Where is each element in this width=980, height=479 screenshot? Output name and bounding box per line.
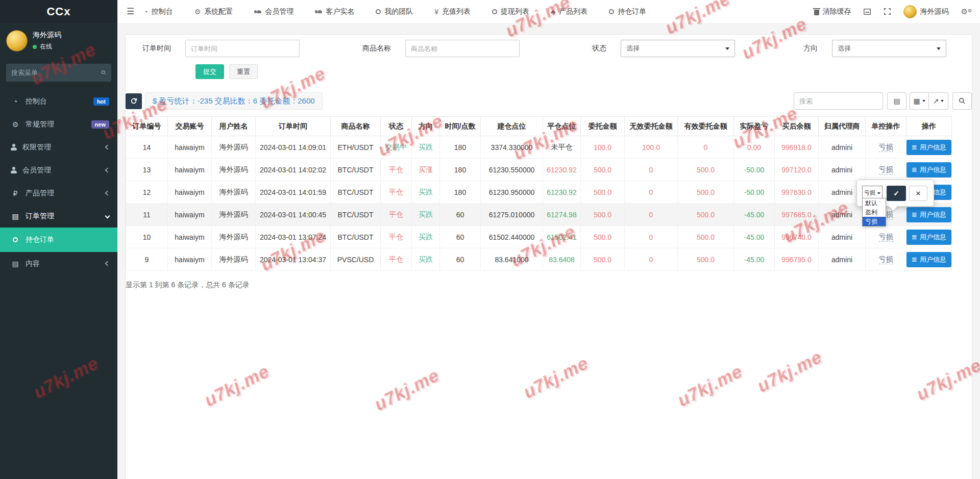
cell-direction: 买涨 [412,159,440,181]
cell-valid: 500.0 [678,181,734,204]
sidebar-item-权限管理[interactable]: 权限管理 [0,136,117,159]
nav-item-系统配置[interactable]: ⚙系统配置 [194,7,233,16]
user-status: 在线 [33,42,61,51]
table-row: 13haiwaiym海外源码2024-03-01 14:02:02BTC/USD… [126,159,952,181]
cell-id: 13 [126,159,168,181]
nav-item-控制台[interactable]: ◔控制台 [143,7,173,16]
cell-product: PVSC/USD [331,248,381,271]
language-image-button[interactable] [863,8,871,15]
caret-down-icon [937,47,941,50]
sidebar-item-控制台[interactable]: ◔控制台hot [0,90,117,113]
column-header-时间/点数: 时间/点数 [440,117,481,136]
list-icon: ≣ [912,256,917,263]
user-info-button[interactable]: ≣用户信息 [906,207,951,222]
dropdown-option-盈利[interactable]: 盈利 [863,208,886,217]
cell-status: 平仓 [381,248,412,271]
list-icon: ▤ [10,212,20,220]
nav-item-客户实名[interactable]: 客户实名 [315,7,354,16]
sidebar-search-input[interactable] [11,69,101,77]
cancel-button[interactable]: × [909,186,927,201]
cell-invalid: 0 [625,181,678,204]
cell-time: 2024-03-01 14:09:01 [256,136,331,159]
confirm-button[interactable]: ✓ [887,186,906,201]
image-icon [863,8,871,15]
sidebar-item-内容[interactable]: ▤内容 [0,252,117,275]
table-search-input[interactable] [794,92,883,110]
column-header-订单时间: 订单时间 [256,117,331,136]
fullscreen-button[interactable] [884,8,891,15]
submit-button[interactable]: 提交 [195,64,224,79]
direction-select[interactable]: 选择 [832,40,946,57]
sidebar-item-常规管理[interactable]: ⚙常规管理new [0,113,117,136]
sidebar-item-产品管理[interactable]: ₽产品管理 [0,182,117,205]
cell-product: ETH/USDT [331,136,381,159]
column-header-状态: 状态 [381,117,412,136]
column-header-委托金额: 委托金额 [581,117,625,136]
dropdown-option-亏损[interactable]: 亏损 [863,217,886,226]
cell-time: 2024-03-01 14:00:45 [256,204,331,226]
control-edit-link[interactable]: 亏损 [879,233,893,242]
cell-profit: -45.00 [734,204,775,226]
control-edit-link[interactable]: 亏损 [879,165,893,174]
nav-item-会员管理[interactable]: 会员管理 [254,7,293,16]
cell-name: 海外源码 [212,159,256,181]
close-icon: × [916,189,921,197]
dropdown-option-默认[interactable]: 默认 [863,198,886,208]
nav-item-我的团队[interactable]: 我的团队 [376,7,413,16]
chevron-left-icon [105,261,110,266]
table-row: 12haiwaiym海外源码2024-03-01 14:01:59BTC/USD… [126,181,952,204]
user-info-button[interactable]: ≣用户信息 [906,230,951,245]
nav-item-label: 会员管理 [265,7,293,16]
control-edit-link[interactable]: 亏损 [879,143,893,152]
refresh-button[interactable] [126,93,142,109]
user-info-label: 用户信息 [920,233,946,242]
user-info-button[interactable]: ≣用户信息 [906,162,951,178]
sidebar-item-label: 权限管理 [22,143,106,152]
status-select[interactable]: 选择 [621,40,735,57]
sidebar: CCx 海外源码 在线 ◔控制台hot⚙常规管理new权限管理会员管理₽产品管理… [0,0,117,479]
user-info-button[interactable]: ≣用户信息 [906,140,951,155]
cell-balance: 996740.0 [775,226,819,248]
caret-down-icon [941,100,944,102]
column-header-归属代理商: 归属代理商 [819,117,866,136]
column-header-方向: 方向 [412,117,440,136]
cell-agent: admini [819,204,866,226]
nav-item-充值列表[interactable]: ¥充值列表 [434,7,471,16]
badge-new: new [91,120,109,129]
cell-name: 海外源码 [212,226,256,248]
cell-profit: -50.00 [734,159,775,181]
clear-cache-button[interactable]: 清除缓存 [814,7,851,16]
nav-item-label: 客户实名 [326,7,354,16]
cell-id: 14 [126,136,168,159]
nav-item-提现列表[interactable]: 提现列表 [492,7,529,16]
sidebar-item-订单管理[interactable]: ▤订单管理 [0,205,117,228]
ruble-icon: ₽ [10,189,20,197]
expand-arrows-icon [884,8,891,15]
product-name-input[interactable] [405,40,520,57]
nav-item-产品列表[interactable]: ♣产品列表 [551,7,587,16]
export-button[interactable]: ↗ [929,92,948,110]
cell-name: 海外源码 [212,181,256,204]
cell-invalid: 0 [625,226,678,248]
nav-item-持仓订单[interactable]: 持仓订单 [609,7,646,16]
cell-status: 交易中 [381,136,412,159]
order-time-input[interactable] [185,40,300,57]
cell-id: 12 [126,181,168,204]
search-button[interactable] [952,92,972,110]
cell-close: 83.6408 [543,248,581,271]
settings-button[interactable]: ⚙⚙ [961,7,972,16]
control-edit-link[interactable]: 亏损 [879,255,893,264]
reset-button[interactable]: 重置 [229,64,258,79]
sidebar-user-panel: 海外源码 在线 [0,23,117,59]
detail-view-button[interactable]: ▤ [887,92,906,110]
sidebar-item-会员管理[interactable]: 会员管理 [0,159,117,182]
user-info-button[interactable]: ≣用户信息 [906,252,951,267]
cell-product: BTC/USDT [331,181,381,204]
sidebar-item-持仓订单[interactable]: 持仓订单 [0,228,117,252]
cell-balance: 997120.0 [775,159,819,181]
navbar-user[interactable]: 海外源码 [903,5,948,18]
sidebar-item-label: 持仓订单 [26,235,109,244]
columns-button[interactable]: ▦ [910,92,929,110]
hamburger-icon[interactable]: ☰ [117,6,143,17]
list-icon: ▤ [10,260,20,268]
